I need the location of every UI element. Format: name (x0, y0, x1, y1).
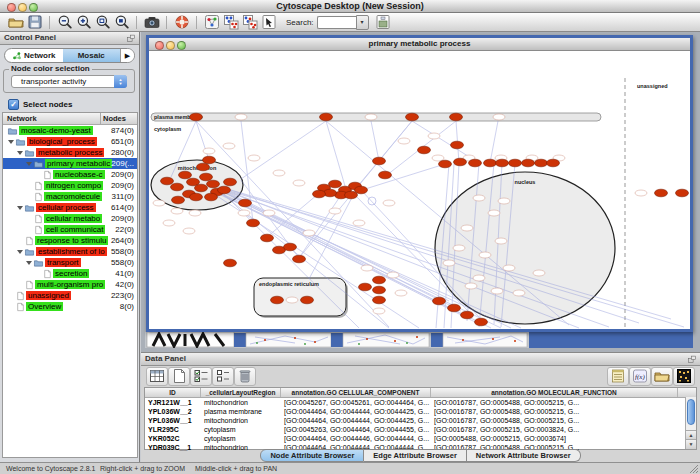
column-header[interactable]: ID (145, 388, 201, 397)
network-node[interactable] (200, 173, 213, 181)
network-tree-row[interactable]: secretion41(0) (3, 268, 137, 279)
network-node[interactable] (547, 159, 560, 167)
network-tree-row[interactable]: cellular process614(0) (3, 202, 137, 213)
tree-label[interactable]: unassigned (26, 291, 71, 300)
network-tree-row[interactable]: metabolic process280(0) (3, 147, 137, 158)
zoom-out-icon[interactable] (55, 14, 74, 31)
search-input[interactable] (317, 16, 356, 29)
network-node[interactable] (448, 304, 461, 312)
tab-edge-attribute-browser[interactable]: Edge Attribute Browser (364, 449, 466, 462)
network-node[interactable] (207, 180, 220, 188)
network-node[interactable] (197, 163, 210, 171)
table-icon[interactable] (146, 367, 168, 386)
vizmapper-icon[interactable] (259, 14, 278, 31)
plugin-icon[interactable] (374, 14, 393, 31)
select-attributes-icon[interactable] (190, 367, 212, 386)
tree-label[interactable]: metabolic process (36, 148, 104, 157)
network-graph[interactable]: plasma membranecytoplasmmitochondrionnuc… (149, 51, 690, 329)
close-view-icon[interactable] (155, 41, 164, 50)
tree-label[interactable]: mosaic-demo-yeast (19, 126, 93, 135)
network-node[interactable] (373, 276, 386, 284)
network-node[interactable] (284, 243, 297, 251)
zoom-view-icon[interactable] (177, 41, 186, 50)
scroll-down-icon[interactable]: ▼ (686, 439, 696, 449)
open-folder-icon[interactable] (651, 367, 673, 386)
tab-network[interactable]: Network (5, 49, 63, 62)
expand-arrow-icon[interactable] (26, 162, 32, 166)
network-tree-row[interactable]: cell communicat22(0) (3, 224, 137, 235)
network-node[interactable] (454, 158, 467, 166)
network-tree-row[interactable]: primary metabolic209(... (3, 158, 137, 169)
network-node[interactable] (320, 113, 333, 121)
unselect-attributes-icon[interactable] (212, 367, 234, 386)
network-node[interactable] (247, 219, 260, 227)
table-row[interactable]: YLR295Ccytoplasm[GO:0045263, GO:0044464,… (145, 425, 696, 434)
zoom-selected-icon[interactable] (112, 14, 131, 31)
network-node[interactable] (224, 259, 237, 267)
network-node[interactable] (190, 193, 203, 201)
table-vertical-scrollbar[interactable]: ▲ ▼ (685, 397, 696, 449)
network-node[interactable] (439, 160, 452, 168)
network-tree-row[interactable]: macromolecule311(0) (3, 191, 137, 202)
network-node[interactable] (161, 177, 174, 185)
tree-label[interactable]: transport (45, 258, 81, 267)
tree-label[interactable]: response to stimulu (35, 236, 108, 245)
network-node[interactable] (406, 113, 419, 121)
network-node[interactable] (469, 159, 482, 167)
network-node[interactable] (261, 234, 274, 242)
network-node[interactable] (379, 171, 392, 179)
table-row[interactable]: YPL036W__1mitochondrion[GO:0044464, GO:0… (145, 416, 696, 425)
tree-label[interactable]: multi-organism pro (35, 280, 105, 289)
network-node[interactable] (535, 159, 548, 167)
tab-node-attribute-browser[interactable]: Node Attribute Browser (260, 449, 364, 462)
minimize-view-icon[interactable] (166, 41, 175, 50)
table-row[interactable]: YJR121W__1mitochondrion[GO:0045267, GO:0… (145, 398, 696, 407)
network-tree-row[interactable]: nitrogen compo209(0) (3, 180, 137, 191)
network-node[interactable] (373, 296, 386, 304)
network-node[interactable] (373, 157, 386, 165)
network-tree-row[interactable]: transport558(0) (3, 257, 137, 268)
network-node[interactable] (203, 156, 216, 164)
column-header[interactable]: annotation.GO CELLULAR_COMPONENT (281, 388, 431, 397)
expand-arrow-icon[interactable] (17, 250, 23, 254)
network-tree-row[interactable]: nucleobase-c209(0) (3, 169, 137, 180)
column-header[interactable]: _cellularLayoutRegion (201, 388, 281, 397)
tree-label[interactable]: Overview (26, 302, 63, 311)
network-node[interactable] (433, 297, 446, 305)
network-node[interactable] (205, 193, 218, 201)
help-icon[interactable] (172, 14, 191, 31)
network-tree-row[interactable]: establishment of lo558(0) (3, 246, 137, 257)
network-node[interactable] (522, 159, 535, 167)
tab-network-attribute-browser[interactable]: Network Attribute Browser (467, 449, 581, 462)
network-tree-row[interactable]: unassigned223(0) (3, 290, 137, 301)
tree-label[interactable]: cellular metabo (44, 214, 102, 223)
tree-label[interactable]: nitrogen compo (44, 181, 103, 190)
network-node[interactable] (418, 146, 431, 154)
network-node[interactable] (313, 190, 326, 198)
tree-label[interactable]: primary metabolic (45, 159, 112, 168)
expand-arrow-icon[interactable] (8, 140, 14, 144)
tree-column-network[interactable]: Network (3, 113, 100, 124)
notepad-icon[interactable] (607, 367, 629, 386)
tree-label[interactable]: cell communicat (44, 225, 105, 234)
network-tree-row[interactable]: response to stimulu264(0) (3, 235, 137, 246)
network-tree-row[interactable]: cellular metabo209(0) (3, 213, 137, 224)
network-tree-row[interactable]: multi-organism pro42(0) (3, 279, 137, 290)
layout-icon[interactable] (202, 14, 221, 31)
tree-label[interactable]: secretion (53, 269, 89, 278)
trash-icon[interactable] (234, 367, 256, 386)
network-node[interactable] (484, 159, 497, 167)
matrix-icon[interactable] (673, 367, 695, 386)
column-header[interactable]: annotation.GO MOLECULAR_FUNCTION (431, 388, 678, 397)
network-node[interactable] (461, 311, 474, 319)
network-node[interactable] (179, 171, 192, 179)
zoom-fit-icon[interactable] (93, 14, 112, 31)
network-node[interactable] (239, 199, 252, 207)
search-dropdown-icon[interactable]: ▾ (356, 15, 369, 30)
float-data-panel-icon[interactable] (687, 355, 697, 364)
select-nodes-checkbox[interactable]: ✓ (8, 99, 19, 110)
network-tree-row[interactable]: mosaic-demo-yeast874(0) (3, 125, 137, 136)
network-node[interactable] (451, 141, 464, 149)
network-node[interactable] (475, 318, 488, 326)
network-node[interactable] (195, 184, 208, 192)
